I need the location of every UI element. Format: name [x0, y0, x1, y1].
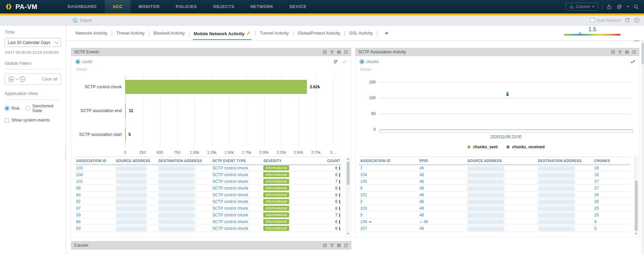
add-filter-icon[interactable]: + [8, 77, 14, 82]
chunks-link[interactable]: 27 [594, 179, 599, 184]
sctp-event-type-link[interactable]: SCTP control chunk [212, 206, 248, 211]
column-header[interactable]: PPID [418, 157, 466, 165]
page-scrollbar-thumb[interactable] [642, 43, 644, 64]
horizontal-scrollbar-thumb[interactable] [634, 40, 639, 41]
jump-to-logs-icon[interactable] [632, 50, 636, 54]
page-scrollbar[interactable] [641, 41, 644, 254]
table-view-icon[interactable] [337, 50, 341, 54]
show-system-events-checkbox[interactable] [5, 118, 9, 122]
ppid-link[interactable]: 46 [420, 166, 424, 170]
bar-chart-icon[interactable] [333, 59, 339, 64]
bar[interactable] [125, 128, 126, 142]
filter-icon[interactable] [330, 243, 334, 248]
tab-tunnel-activity[interactable]: Tunnel Activity [259, 29, 289, 37]
sanctioned-state-radio-option[interactable]: Sanctioned State [25, 104, 61, 113]
chevron-down-icon[interactable] [15, 77, 18, 80]
ppid-link[interactable]: 46 [420, 226, 424, 231]
association-id-link[interactable]: 104 [360, 172, 367, 177]
association-id-link[interactable]: 87 [76, 206, 80, 211]
association-table-scrollbar[interactable]: ▼ [634, 157, 638, 236]
remove-filter-icon[interactable]: − [20, 77, 25, 82]
chart-brush-bar[interactable] [380, 130, 633, 133]
risk-radio-option[interactable]: Risk [5, 106, 19, 111]
search-icon[interactable] [633, 4, 639, 10]
maximize-icon[interactable] [323, 243, 327, 248]
chunks-link[interactable]: 25 [594, 206, 599, 211]
maximize-icon[interactable] [323, 50, 327, 54]
add-tab-button[interactable]: + [385, 30, 388, 37]
show-system-events-option[interactable]: Show system events [5, 118, 61, 122]
ppid-link[interactable]: 46 [420, 193, 424, 197]
legend-item-chunks_sent[interactable]: chunks_sent [467, 145, 497, 149]
column-header[interactable]: DESTINATION ADDRESS [157, 157, 211, 165]
jump-to-logs-icon[interactable] [344, 243, 348, 248]
column-header[interactable]: SOURCE ADDRESS [114, 157, 157, 165]
nav-item-policies[interactable]: POLICIES [168, 0, 205, 13]
nav-item-network[interactable]: NETWORK [242, 0, 281, 13]
maximize-icon[interactable] [611, 50, 615, 54]
filter-icon[interactable] [618, 50, 622, 54]
scroll-down-arrow[interactable]: ▼ [634, 232, 638, 236]
column-header[interactable]: SCTP EVENT TYPE [211, 157, 262, 165]
sctp-event-type-link[interactable]: SCTP control chunk [212, 179, 248, 184]
column-header[interactable]: ASSOCIATION ID [75, 157, 114, 165]
column-header[interactable]: ASSOCIATION ID [359, 157, 418, 165]
table-view-icon[interactable] [625, 50, 629, 54]
sctp-event-type-link[interactable]: SCTP control chunk [212, 186, 248, 191]
chevron-down-icon[interactable] [627, 6, 629, 7]
chunks-link[interactable]: 25 [594, 213, 599, 217]
chunks-link[interactable]: 28 [594, 166, 599, 170]
association-id-link[interactable]: 7 [360, 166, 363, 170]
sctp-event-type-link[interactable]: SCTP control chunk [212, 172, 248, 177]
chunks-link[interactable]: 5 [594, 226, 597, 231]
column-header[interactable]: COUNT [305, 157, 341, 165]
association-id-link[interactable]: 5 [360, 213, 363, 217]
chunks-link[interactable]: 26 [594, 199, 599, 204]
tab-globalprotect-activity[interactable]: GlobalProtect Activity [297, 29, 341, 37]
push-config-icon[interactable] [616, 4, 623, 10]
association-id-link[interactable]: 106 [360, 219, 367, 224]
association-id-link[interactable]: 39 [76, 213, 80, 217]
ppid-link[interactable]: 46 [420, 199, 424, 204]
chunks-link[interactable]: 28 [594, 172, 599, 177]
association-id-link[interactable]: 103 [76, 166, 83, 170]
chunks-link[interactable]: 6 [594, 219, 597, 224]
nav-item-objects[interactable]: OBJECTS [205, 0, 242, 13]
column-header[interactable]: SEVERITY [262, 157, 305, 165]
count-metric-radio[interactable] [75, 59, 80, 64]
association-id-link[interactable]: 105 [360, 179, 367, 184]
scroll-down-arrow[interactable]: ▼ [346, 232, 350, 236]
commit-button[interactable]: Commit [566, 3, 598, 11]
breadcrumb[interactable]: Home [71, 64, 351, 72]
filter-icon[interactable] [330, 50, 334, 54]
sctp-event-type-link[interactable]: SCTP control chunk [212, 219, 248, 224]
association-id-link[interactable]: 84 [76, 193, 80, 197]
bar[interactable] [125, 104, 126, 118]
risk-radio[interactable] [5, 106, 9, 111]
ppid-link[interactable]: 46 [424, 219, 428, 224]
time-range-select[interactable]: Last 30 Calendar Days [5, 38, 61, 47]
nav-item-device[interactable]: DEVICE [281, 0, 314, 13]
sctp-event-type-link[interactable]: SCTP control chunk [212, 193, 248, 197]
association-id-link[interactable]: 102 [360, 193, 367, 197]
chunks-link[interactable]: 27 [594, 186, 599, 191]
help-icon[interactable]: ? [634, 17, 640, 23]
bar[interactable] [125, 80, 307, 94]
nav-item-dashboard[interactable]: DASHBOARD [59, 0, 105, 13]
table-view-icon[interactable] [337, 243, 341, 248]
association-id-link[interactable]: 102 [76, 179, 83, 184]
association-id-link[interactable]: 89 [76, 186, 80, 191]
tab-threat-activity[interactable]: Threat Activity [115, 29, 145, 37]
chunks-link[interactable]: 26 [594, 193, 599, 197]
association-id-link[interactable]: 9 [360, 186, 363, 191]
nav-item-acc[interactable]: ACC [105, 0, 130, 13]
column-header[interactable]: DESTINATION ADDRESS [537, 157, 593, 165]
lock-icon[interactable] [606, 4, 612, 10]
sctp-event-type-link[interactable]: SCTP control chunk [212, 213, 248, 217]
association-id-link[interactable]: 103 [360, 206, 367, 211]
scrollbar-thumb[interactable] [347, 161, 350, 185]
auto-refresh-control[interactable]: Auto Refresh [590, 18, 621, 23]
ppid-link[interactable]: 46 [420, 213, 424, 217]
data-point-chunks_received[interactable] [506, 94, 509, 96]
ppid-link[interactable]: 46 [420, 206, 424, 211]
